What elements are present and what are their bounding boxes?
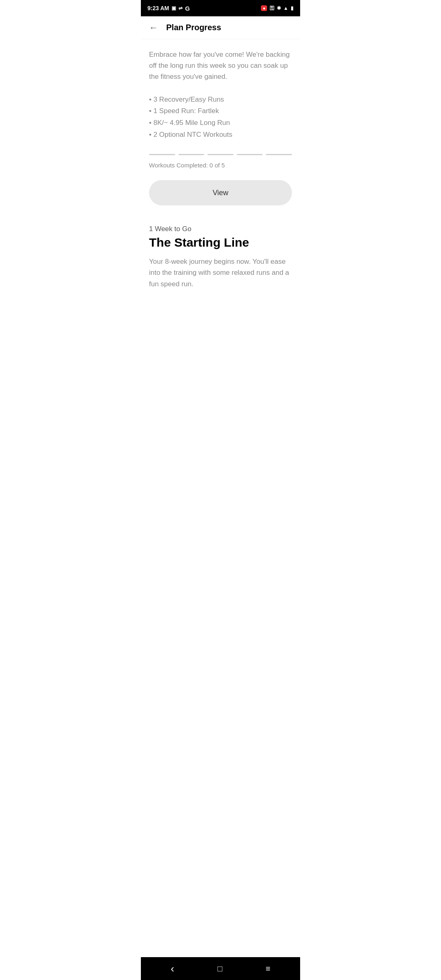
key-icon: ⚿ xyxy=(270,5,274,11)
week-to-go-label: 1 Week to Go xyxy=(149,225,292,233)
segment-1 xyxy=(149,154,175,155)
view-button[interactable]: View xyxy=(149,180,292,205)
next-section: 1 Week to Go The Starting Line Your 8-we… xyxy=(141,225,300,306)
status-right: ● ⚿ ✱ ▲ ▮ xyxy=(261,5,294,11)
segment-4 xyxy=(237,154,263,155)
main-content: Embrace how far you've come! We're backi… xyxy=(141,39,300,205)
status-bar: 9:23 AM ▣ ⇌ G ● ⚿ ✱ ▲ ▮ xyxy=(141,0,300,16)
page-title: Plan Progress xyxy=(166,23,221,32)
workouts-completed-label: Workouts Completed: 0 of 5 xyxy=(149,162,292,169)
status-left: 9:23 AM ▣ ⇌ G xyxy=(147,5,190,12)
view-button-label: View xyxy=(213,189,229,197)
next-section-description: Your 8-week journey begins now. You'll e… xyxy=(149,256,292,290)
status-time: 9:23 AM xyxy=(147,5,169,11)
battery-icon: ▮ xyxy=(291,5,294,11)
bullet-item-3: • 8K/~ 4.95 Mile Long Run xyxy=(149,117,292,129)
back-button[interactable]: ← xyxy=(147,21,160,35)
wifi-icon: ▲ xyxy=(283,5,288,11)
bullet-item-1: • 3 Recovery/Easy Runs xyxy=(149,94,292,106)
bluetooth-icon: ✱ xyxy=(277,5,281,11)
week-description: Embrace how far you've come! We're backi… xyxy=(149,49,292,82)
bullet-item-4: • 2 Optional NTC Workouts xyxy=(149,129,292,141)
video-icon: ▣ xyxy=(172,5,176,11)
segment-2 xyxy=(178,154,205,155)
g-icon: G xyxy=(185,5,190,12)
workout-list: • 3 Recovery/Easy Runs • 1 Speed Run: Fa… xyxy=(149,94,292,141)
nav-bar: ← Plan Progress xyxy=(141,16,300,39)
bullet-item-2: • 1 Speed Run: Fartlek xyxy=(149,105,292,117)
next-section-title: The Starting Line xyxy=(149,236,292,249)
progress-segments xyxy=(149,154,292,155)
cast-icon: ⇌ xyxy=(178,5,183,11)
record-icon: ● xyxy=(261,5,267,11)
segment-3 xyxy=(207,154,234,155)
segment-5 xyxy=(266,154,292,155)
